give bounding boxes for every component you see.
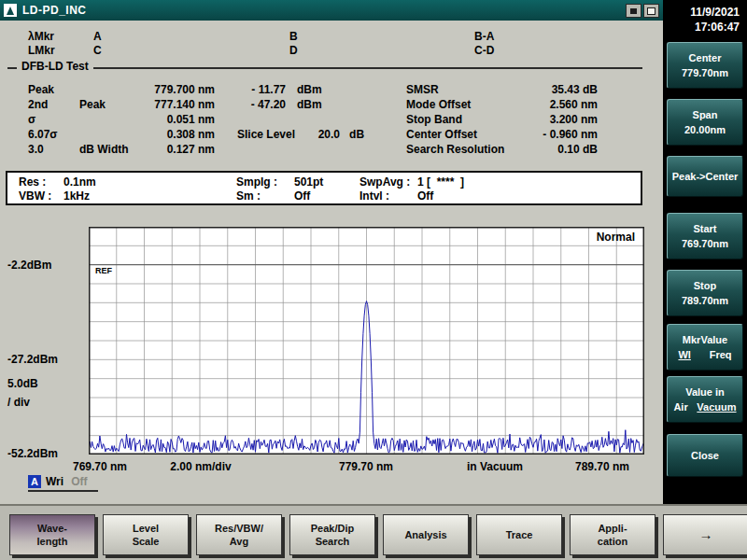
marker-row-label: λMkr bbox=[28, 30, 93, 43]
softkey-center[interactable]: Center 779.70nm bbox=[667, 42, 743, 89]
vbw-label: VBW : bbox=[19, 189, 63, 203]
x-axis-medium-label: in Vacuum bbox=[444, 460, 546, 473]
softkey-mkr-value[interactable]: MkrValue Wl Freq bbox=[667, 324, 743, 371]
slice-level-label: Slice Level bbox=[237, 128, 295, 141]
softkey-value: 769.70nm bbox=[682, 238, 728, 249]
marker-c: C bbox=[93, 44, 289, 57]
res-label: Res : bbox=[19, 175, 63, 189]
vbw-value: 1kHz bbox=[63, 189, 236, 203]
result-row-3db-width: 3.0 dB Width 0.127 nm bbox=[28, 142, 364, 157]
result-row-peak: Peak 779.700 nm - 11.77 dBm bbox=[28, 82, 364, 97]
swpavg-value: 1 [ **** ] bbox=[417, 175, 641, 189]
result-row-sigma: σ 0.051 nm bbox=[28, 112, 364, 127]
softkey-sidebar: Center 779.70nm Span 20.00nm Peak->Cente… bbox=[663, 41, 747, 504]
marker-d: D bbox=[289, 44, 474, 57]
trace-letter-badge: A bbox=[28, 475, 41, 488]
dfb-results-right: SMSR 35.43 dB Mode Offset 2.560 nm Stop … bbox=[406, 82, 598, 157]
sweep-settings-box: Res : 0.1nm Smplg : 501pt SwpAvg : 1 [ *… bbox=[6, 171, 642, 205]
settings-row-2: VBW : 1kHz Sm : Off Intvl : Off bbox=[19, 189, 641, 203]
swpavg-label: SwpAvg : bbox=[359, 175, 417, 189]
smplg-label: Smplg : bbox=[236, 175, 294, 189]
time-text: 17:06:47 bbox=[663, 20, 740, 35]
sm-value: Off bbox=[294, 189, 359, 203]
option-vacuum[interactable]: Vacuum bbox=[697, 401, 736, 413]
softkey-span[interactable]: Span 20.00nm bbox=[667, 99, 743, 146]
softkey-start[interactable]: Start 769.70nm bbox=[667, 213, 743, 259]
softkey-label: MkrValue bbox=[683, 334, 727, 345]
group-divider bbox=[7, 67, 642, 69]
intvl-label: Intvl : bbox=[359, 189, 417, 203]
result-row-stop-band: Stop Band 3.200 nm bbox=[406, 112, 598, 127]
result-row-mode-offset: Mode Offset 2.560 nm bbox=[406, 97, 598, 112]
marker-row-label: LMkr bbox=[28, 44, 93, 57]
trace-mode-label: Normal bbox=[560, 231, 635, 244]
fnkey-next-page[interactable]: → bbox=[663, 514, 747, 555]
x-axis-div-label: 2.00 nm/div bbox=[149, 460, 252, 473]
window-title: LD-PD_INC bbox=[22, 4, 87, 17]
intvl-value: Off bbox=[417, 189, 641, 203]
sm-label: Sm : bbox=[236, 189, 294, 203]
result-row-2nd-peak: 2nd Peak 777.140 nm - 47.20 dBm bbox=[28, 97, 364, 112]
restore-icon bbox=[647, 7, 655, 15]
option-frequency[interactable]: Freq bbox=[710, 349, 732, 360]
marker-header: λMkr A B B-A LMkr C D C-D bbox=[28, 30, 494, 57]
softkey-label: Close bbox=[691, 450, 719, 461]
y-scale-label: / div bbox=[7, 396, 30, 409]
fnkey-level-scale[interactable]: Level Scale bbox=[103, 514, 189, 555]
marker-c-d: C-D bbox=[474, 44, 494, 57]
marker-b: B bbox=[289, 30, 474, 43]
window-minimize-button[interactable] bbox=[626, 4, 641, 18]
softkey-label: Span bbox=[693, 109, 718, 120]
softkey-label: Stop bbox=[694, 280, 716, 291]
result-row-smsr: SMSR 35.43 dB bbox=[406, 82, 598, 97]
trace-off-state: Off bbox=[71, 475, 87, 488]
minimize-icon bbox=[630, 8, 637, 14]
softkey-stop[interactable]: Stop 789.70nm bbox=[667, 270, 743, 316]
settings-row-1: Res : 0.1nm Smplg : 501pt SwpAvg : 1 [ *… bbox=[19, 175, 641, 189]
fnkey-analysis[interactable]: Analysis bbox=[383, 514, 469, 555]
softkey-value: 779.70nm bbox=[682, 67, 728, 78]
x-axis-center-label: 779.70 nm bbox=[315, 460, 417, 473]
softkey-label: Center bbox=[689, 52, 722, 63]
titlebar: LD-PD_INC bbox=[0, 0, 663, 21]
option-air[interactable]: Air bbox=[673, 401, 687, 413]
softkey-label: Peak->Center bbox=[672, 171, 739, 182]
fnkey-trace[interactable]: Trace bbox=[476, 514, 562, 555]
trace-status-indicator: A Wri Off bbox=[28, 475, 98, 492]
analysis-group-title: DFB-LD Test bbox=[17, 60, 93, 73]
spectrum-plot bbox=[89, 227, 644, 455]
app-logo-icon bbox=[4, 4, 17, 17]
result-row-center-offset: Center Offset - 0.960 nm bbox=[406, 127, 598, 142]
y-axis-label-bottom: -52.2dBm bbox=[7, 447, 58, 460]
softkey-value-in[interactable]: Value in Air Vacuum bbox=[667, 376, 743, 423]
window-restore-button[interactable] bbox=[643, 4, 659, 18]
fnkey-application[interactable]: Appli- cation bbox=[570, 514, 655, 555]
fnkey-peak-dip-search[interactable]: Peak/Dip Search bbox=[289, 514, 375, 555]
function-key-strip: Wave- length Level Scale Res/VBW/ Avg Pe… bbox=[0, 504, 747, 560]
slice-level-unit: dB bbox=[349, 128, 364, 141]
trace-write-mode: Wri bbox=[46, 475, 63, 488]
softkey-value: 20.00nm bbox=[684, 124, 726, 135]
y-axis-label-top: -2.2dBm bbox=[7, 259, 51, 272]
datetime-display: 11/9/2021 17:06:47 bbox=[663, 0, 747, 41]
fnkey-res-vbw-avg[interactable]: Res/VBW/ Avg bbox=[196, 514, 282, 555]
slice-level-value: 20.0 bbox=[306, 128, 340, 141]
softkey-peak-to-center[interactable]: Peak->Center bbox=[667, 156, 743, 197]
result-row-6sigma: 6.07σ 0.308 nm Slice Level 20.0 dB bbox=[28, 127, 364, 142]
res-value: 0.1nm bbox=[63, 175, 236, 189]
softkey-label: Value in bbox=[685, 386, 725, 398]
softkey-value: 789.70nm bbox=[682, 295, 728, 306]
smplg-value: 501pt bbox=[294, 175, 359, 189]
softkey-label: Start bbox=[693, 223, 716, 234]
y-scale-label: 5.0dB bbox=[7, 377, 38, 390]
osa-screen: LD-PD_INC 11/9/2021 17:06:47 Center 779.… bbox=[0, 0, 747, 560]
x-axis-stop-label: 789.70 nm bbox=[556, 460, 649, 473]
ref-level-label: REF bbox=[95, 266, 112, 275]
option-wavelength[interactable]: Wl bbox=[678, 349, 690, 360]
marker-a: A bbox=[93, 30, 289, 43]
result-row-search-resolution: Search Resolution 0.10 dB bbox=[406, 142, 598, 157]
dfb-results-left: Peak 779.700 nm - 11.77 dBm 2nd Peak 777… bbox=[28, 82, 364, 157]
x-axis-start-label: 769.70 nm bbox=[73, 460, 127, 473]
softkey-close[interactable]: Close bbox=[667, 434, 743, 477]
fnkey-wavelength[interactable]: Wave- length bbox=[9, 514, 95, 555]
